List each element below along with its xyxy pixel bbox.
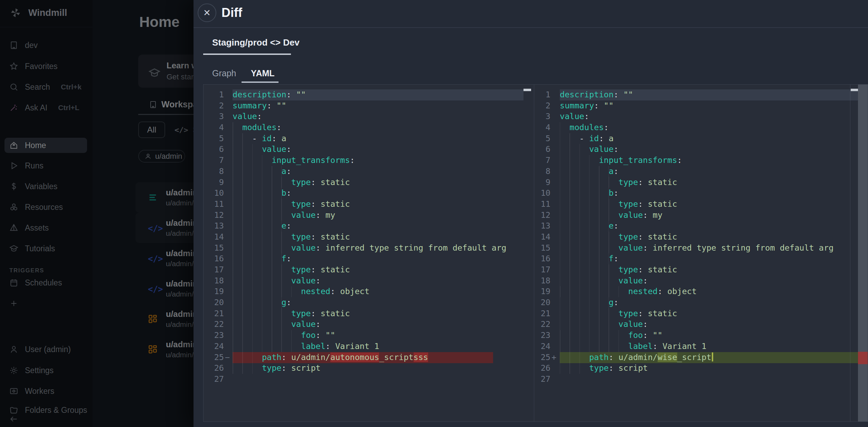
- code-line: 8 a:: [534, 166, 868, 177]
- code-line: 5 - id: a: [204, 133, 534, 144]
- code-line: 15 value: inferred type string from defa…: [534, 243, 868, 254]
- code-line: 21 type: static: [534, 308, 868, 319]
- code-line: 17 type: static: [534, 264, 868, 275]
- tab-graph[interactable]: Graph: [212, 68, 236, 78]
- code-line: 12 value: my: [534, 210, 868, 221]
- tab-staging-prod-dev[interactable]: Staging/prod <> Dev: [212, 37, 300, 48]
- code-line: 2summary: "": [204, 100, 534, 111]
- code-line: 5 - id: a: [534, 133, 868, 144]
- code-line: 23 foo: "": [534, 330, 868, 341]
- code-line: 9 type: static: [204, 177, 534, 188]
- code-line: 11 type: static: [204, 199, 534, 210]
- code-line: 26 type: script: [204, 363, 534, 374]
- code-line: 26 type: script: [534, 363, 868, 374]
- code-lines: 1description: ""2summary: ""3value:4 mod…: [534, 89, 868, 385]
- code-line: 27: [204, 374, 534, 385]
- main-tab-underline: [203, 54, 291, 55]
- code-line: 15 value: inferred type string from defa…: [204, 243, 534, 254]
- code-line: 22 value:: [204, 319, 534, 330]
- code-line: 7 input_transforms:: [534, 155, 868, 166]
- code-line: 19 nested: object: [204, 286, 534, 297]
- diff-modal: ✕ Diff Staging/prod <> Dev Graph YAML 1d…: [194, 0, 868, 427]
- code-line: 8 a:: [204, 166, 534, 177]
- code-line: 11 type: static: [534, 199, 868, 210]
- code-line: 14 type: static: [534, 232, 868, 243]
- overview-cursor-marker: [523, 89, 531, 91]
- code-line: 7 input_transforms:: [204, 155, 534, 166]
- overview-cursor-marker: [851, 89, 858, 91]
- modal-title: Diff: [221, 6, 242, 20]
- code-line: 12 value: my: [204, 210, 534, 221]
- tab-yaml[interactable]: YAML: [251, 68, 275, 78]
- code-line: 2summary: "": [534, 100, 868, 111]
- code-line: 16 f:: [204, 253, 534, 264]
- code-line: 17 type: static: [204, 264, 534, 275]
- code-line: 9 type: static: [534, 177, 868, 188]
- code-line: 1description: "": [204, 89, 534, 100]
- yaml-tab-underline: [242, 81, 279, 83]
- code-line: 4 modules:: [534, 122, 868, 133]
- code-line: 14 type: static: [204, 232, 534, 243]
- scrollbar[interactable]: [858, 85, 868, 421]
- diff-code-line: 25− path: u/admin/autonomous_scriptsss: [204, 352, 534, 363]
- text-cursor: [712, 352, 713, 361]
- code-line: 13 e:: [204, 221, 534, 232]
- diff-editor-original[interactable]: 1description: ""2summary: ""3value:4 mod…: [204, 85, 534, 421]
- code-line: 20 g:: [534, 297, 868, 308]
- code-line: 18 value:: [204, 275, 534, 287]
- code-line: 23 foo: "": [204, 330, 534, 341]
- header-divider: [194, 27, 868, 28]
- close-icon: ✕: [203, 8, 211, 18]
- overview-ruler-boundary: [850, 85, 850, 421]
- code-line: 19 nested: object: [534, 286, 868, 297]
- code-line: 10 b:: [534, 188, 868, 199]
- code-line: 6 value:: [534, 144, 868, 155]
- code-line: 24 label: Variant 1: [204, 341, 534, 352]
- diff-editor-modified[interactable]: 1description: ""2summary: ""3value:4 mod…: [534, 85, 868, 421]
- code-line: 20 g:: [204, 297, 534, 308]
- code-line: 27: [534, 374, 868, 385]
- code-line: 24 label: Variant 1: [534, 341, 868, 352]
- code-line: 22 value:: [534, 319, 868, 330]
- overview-removed-marker: [858, 352, 868, 364]
- close-button[interactable]: ✕: [198, 3, 216, 22]
- code-line: 4 modules:: [204, 122, 534, 133]
- code-line: 21 type: static: [204, 308, 534, 319]
- code-line: 16 f:: [534, 253, 868, 264]
- code-line: 3value:: [534, 111, 868, 122]
- code-line: 6 value:: [204, 144, 534, 155]
- diff-editor: 1description: ""2summary: ""3value:4 mod…: [203, 84, 868, 422]
- code-line: 10 b:: [204, 188, 534, 199]
- code-lines: 1description: ""2summary: ""3value:4 mod…: [204, 89, 534, 385]
- code-line: 13 e:: [534, 221, 868, 232]
- code-line: 1description: "": [534, 89, 868, 100]
- code-line: 3value:: [204, 111, 534, 122]
- diff-code-line: 25+ path: u/admin/wise_script: [534, 352, 868, 363]
- code-line: 18 value:: [534, 275, 868, 287]
